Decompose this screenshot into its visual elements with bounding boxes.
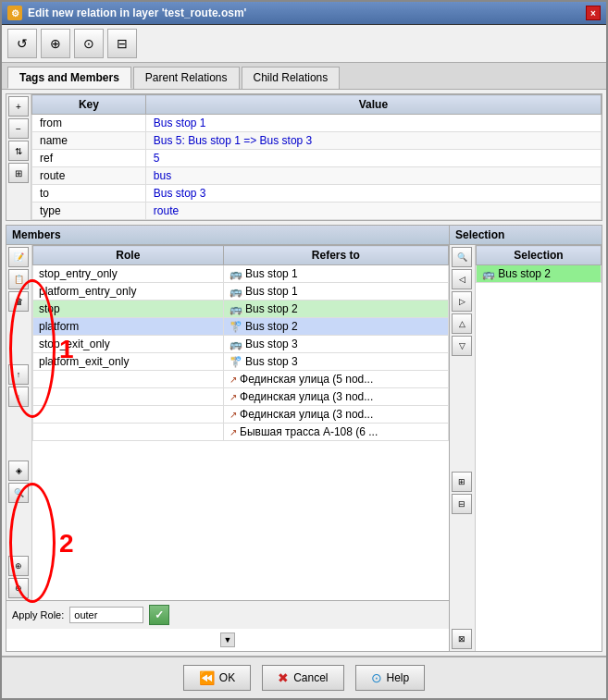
table-row[interactable]: 🚌 Bus stop 2 [477, 265, 602, 283]
member-refers: ↗ Фединская улица (5 nod... [223, 371, 448, 388]
member-refers: ↗ Фединская улица (3 nod... [223, 406, 448, 424]
col-role-header: Role [33, 246, 224, 265]
add-tag-button[interactable]: + [8, 96, 29, 117]
member-refers: 🚌 Bus stop 1 [223, 265, 448, 283]
member-refers: ↗ Бывшая трасса А-108 (6 ... [223, 424, 448, 441]
help-label: Help [387, 671, 410, 684]
selection-table: Selection 🚌 Bus stop 2 [476, 245, 602, 283]
member-edit-button[interactable]: 📝 [8, 247, 29, 267]
member-role [33, 424, 224, 441]
sel-right-button[interactable]: ▷ [452, 291, 472, 312]
window-title: Edit new relation in layer 'test_route.o… [28, 6, 246, 19]
tags-section: + − ⇅ ⊞ Key Value fromBus stop 1nameBus … [6, 93, 602, 221]
ok-button[interactable]: ⏪ OK [183, 665, 251, 691]
tag-value: bus [145, 167, 601, 185]
apply-role-input[interactable] [69, 607, 143, 623]
sel-left-button[interactable]: ◁ [452, 269, 472, 289]
members-footer: Apply Role: ✓ [6, 600, 449, 629]
table-row[interactable]: stop_entry_only🚌 Bus stop 1 [33, 265, 449, 283]
zoom-button[interactable]: ⊙ [74, 29, 104, 58]
member-refers: 🚏 Bus stop 3 [223, 353, 448, 371]
member-down-button[interactable]: ↓ [8, 387, 29, 407]
tag-value: 5 [145, 150, 601, 167]
sel-action-button[interactable]: ⊠ [452, 629, 472, 649]
tag-key: to [32, 185, 146, 203]
remove-tag-button[interactable]: − [8, 118, 29, 139]
help-button[interactable]: ⊙ Help [355, 665, 426, 691]
col-value-header: Value [145, 95, 601, 115]
col-key-header: Key [32, 95, 146, 115]
member-delete-button[interactable]: 🗑 [8, 291, 29, 312]
tab-tags-and-members[interactable]: Tags and Members [7, 67, 131, 89]
table-row[interactable]: routebus [32, 167, 602, 185]
member-remove-button[interactable]: ⊖ [8, 578, 29, 598]
cancel-icon: ✖ [278, 670, 289, 685]
member-zoom-button[interactable]: 🔍 [8, 483, 29, 503]
member-add-button[interactable]: ⊕ [8, 556, 29, 576]
table-row[interactable]: ↗ Бывшая трасса А-108 (6 ... [33, 424, 449, 441]
table-row[interactable]: fromBus stop 1 [32, 115, 602, 132]
undo-button[interactable]: ↺ [7, 29, 37, 58]
table-row[interactable]: stop_exit_only🚌 Bus stop 3 [33, 336, 449, 353]
member-role: stop_exit_only [33, 336, 224, 353]
table-row[interactable]: ↗ Фединская улица (3 nod... [33, 388, 449, 406]
member-role: platform [33, 318, 224, 336]
member-copy-button[interactable]: 📋 [8, 269, 29, 289]
ok-icon: ⏪ [199, 670, 215, 685]
tags-sidebar: + − ⇅ ⊞ [6, 94, 31, 220]
sel-up-button[interactable]: △ [452, 313, 472, 334]
table-row[interactable]: platform_entry_only🚌 Bus stop 1 [33, 283, 449, 301]
tag-value: Bus stop 3 [145, 185, 601, 203]
tag-key: route [32, 167, 146, 185]
table-row[interactable]: stop🚌 Bus stop 2 [33, 301, 449, 318]
cancel-label: Cancel [293, 671, 328, 684]
table-row[interactable]: typeroute [32, 203, 602, 220]
apply-role-label: Apply Role: [12, 609, 64, 620]
titlebar: ⚙ Edit new relation in layer 'test_route… [2, 2, 606, 25]
col-selection-header: Selection [477, 246, 602, 265]
cancel-button[interactable]: ✖ Cancel [262, 665, 343, 691]
bottom-bar: ⏪ OK ✖ Cancel ⊙ Help [2, 656, 606, 698]
tab-child-relations[interactable]: Child Relations [242, 67, 341, 89]
member-role: platform_exit_only [33, 353, 224, 371]
ok-label: OK [219, 671, 235, 684]
member-role: stop [33, 301, 224, 318]
table-row[interactable]: ref5 [32, 150, 602, 167]
member-role: platform_entry_only [33, 283, 224, 301]
col-refers-header: Refers to [223, 246, 448, 265]
table-row[interactable]: platform_exit_only🚏 Bus stop 3 [33, 353, 449, 371]
member-refers: 🚌 Bus stop 3 [223, 336, 448, 353]
sel-down-button[interactable]: ▽ [452, 336, 472, 356]
tag-key: ref [32, 150, 146, 167]
delete-button[interactable]: ⊟ [107, 29, 137, 58]
table-row[interactable]: toBus stop 3 [32, 185, 602, 203]
sel-zoom-button[interactable]: 🔍 [452, 247, 472, 267]
member-role [33, 388, 224, 406]
selection-section: Selection 🔍 ◁ ▷ △ ▽ ⊞ ⊟ ⊠ [450, 225, 602, 652]
selection-header: Selection [450, 226, 602, 245]
help-icon: ⊙ [371, 670, 382, 685]
member-select-button[interactable]: ◈ [8, 461, 29, 481]
member-up-button[interactable]: ↑ [8, 364, 29, 385]
apply-role-check-button[interactable]: ✓ [149, 605, 169, 625]
tag-value: Bus stop 1 [145, 115, 601, 132]
table-row[interactable]: ↗ Фединская улица (3 nod... [33, 406, 449, 424]
paste-tag-button[interactable]: ⊞ [8, 163, 29, 183]
select-button[interactable]: ⊕ [41, 29, 70, 58]
members-section: Members 📝 📋 🗑 ↑ ↓ ◈ 🔍 [6, 225, 450, 652]
member-role [33, 406, 224, 424]
expand-arrow[interactable]: ▼ [6, 629, 449, 651]
selection-item: 🚌 Bus stop 2 [477, 265, 602, 283]
sort-tag-button[interactable]: ⇅ [8, 141, 29, 161]
members-sidebar: 📝 📋 🗑 ↑ ↓ ◈ 🔍 ⊕ ⊖ [6, 245, 32, 600]
table-row[interactable]: platform🚏 Bus stop 2 [33, 318, 449, 336]
sel-connect2-button[interactable]: ⊟ [452, 494, 472, 514]
close-button[interactable]: × [586, 6, 601, 20]
tab-bar: Tags and Members Parent Relations Child … [2, 63, 606, 90]
table-row[interactable]: nameBus 5: Bus stop 1 => Bus stop 3 [32, 132, 602, 150]
members-header: Members [6, 226, 449, 245]
tab-parent-relations[interactable]: Parent Relations [133, 67, 240, 89]
member-refers: 🚌 Bus stop 1 [223, 283, 448, 301]
table-row[interactable]: ↗ Фединская улица (5 nod... [33, 371, 449, 388]
sel-connect-button[interactable]: ⊞ [452, 472, 472, 492]
